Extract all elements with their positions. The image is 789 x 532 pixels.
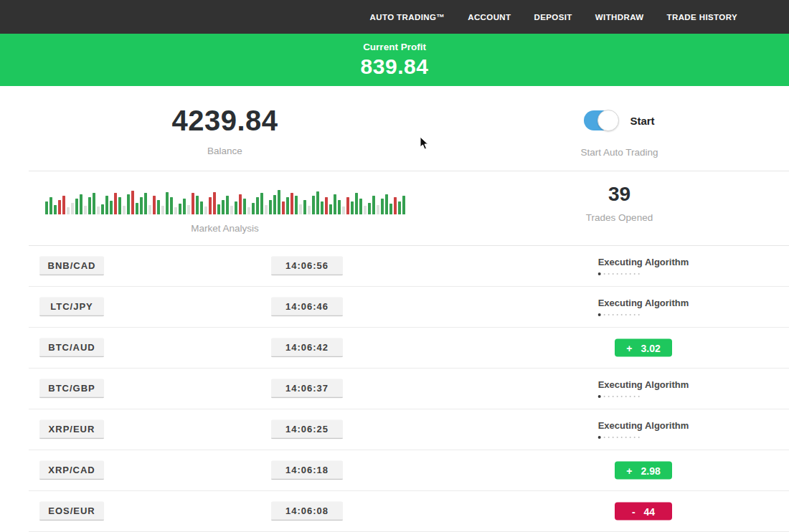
time-badge: 14:06:56: [271, 257, 343, 276]
auto-trading-toggle[interactable]: [584, 110, 618, 130]
trade-row: XRP/CAD 14:06:18 Executing Algorithm +2.…: [29, 450, 789, 491]
result-badge: -44: [615, 503, 672, 521]
nav-deposit[interactable]: DEPOSIT: [534, 13, 572, 22]
trades-opened-label: Trades Opened: [586, 212, 653, 223]
market-analysis-chart: [45, 187, 405, 214]
toggle-knob: [597, 110, 619, 131]
market-section: Market Analysis 39 Trades Opened: [0, 171, 789, 245]
executing-status: Executing Algorithm: [598, 379, 689, 398]
trade-row: BTC/AUD 14:06:42 Executing Algorithm +3.…: [29, 328, 789, 369]
result-badge: +3.02: [615, 339, 672, 357]
top-nav: AUTO TRADING™ ACCOUNT DEPOSIT WITHDRAW T…: [0, 0, 789, 34]
current-profit-value: 839.84: [361, 54, 429, 79]
current-profit-label: Current Profit: [363, 42, 426, 52]
pair-badge[interactable]: EOS/EUR: [39, 502, 104, 521]
time-badge: 14:06:18: [271, 461, 343, 480]
pair-badge[interactable]: LTC/JPY: [39, 298, 104, 317]
nav-account[interactable]: ACCOUNT: [468, 13, 511, 22]
pair-badge[interactable]: XRP/CAD: [39, 461, 104, 480]
pair-badge[interactable]: BTC/GBP: [39, 379, 104, 399]
current-profit-banner: Current Profit 839.84: [0, 34, 789, 86]
executing-status: Executing Algorithm: [598, 298, 689, 316]
nav-trade-history[interactable]: TRADE HISTORY: [667, 13, 738, 22]
start-auto-trading-caption: Start Auto Trading: [580, 147, 658, 158]
trades-opened-value: 39: [608, 183, 630, 206]
time-badge: 14:06:46: [271, 298, 343, 317]
result-badge: +2.98: [615, 462, 672, 480]
toggle-start-label: Start: [630, 115, 654, 127]
balance-label: Balance: [207, 146, 242, 156]
time-badge: 14:06:08: [271, 502, 343, 521]
trade-list: BNB/CAD 14:06:56 Executing Algorithm LTC…: [29, 246, 789, 532]
nav-auto-trading[interactable]: AUTO TRADING™: [370, 13, 445, 22]
progress-dots-icon: [598, 272, 689, 275]
progress-dots-icon: [598, 436, 689, 439]
trade-row: LTC/JPY 14:06:46 Executing Algorithm: [29, 287, 789, 328]
nav-withdraw[interactable]: WITHDRAW: [595, 13, 644, 22]
trade-row: BTC/GBP 14:06:37 Executing Algorithm: [29, 369, 789, 409]
trade-row: BNB/CAD 14:06:56 Executing Algorithm: [29, 246, 789, 287]
time-badge: 14:06:37: [271, 379, 343, 399]
trade-row: XRP/EUR 14:06:25 Executing Algorithm: [29, 409, 789, 450]
pair-badge[interactable]: BNB/CAD: [39, 257, 104, 276]
progress-dots-icon: [598, 313, 689, 316]
time-badge: 14:06:25: [271, 420, 343, 440]
trade-row: EOS/EUR 14:06:08 Executing Algorithm -44: [29, 491, 789, 532]
market-analysis-label: Market Analysis: [191, 223, 259, 234]
executing-status: Executing Algorithm: [598, 420, 689, 439]
time-badge: 14:06:42: [271, 338, 343, 358]
pair-badge[interactable]: XRP/EUR: [39, 420, 104, 440]
balance-section: 4239.84 Balance Start Start Auto Trading: [0, 86, 789, 171]
balance-value: 4239.84: [171, 105, 278, 137]
progress-dots-icon: [598, 395, 689, 398]
executing-status: Executing Algorithm: [598, 257, 689, 275]
pair-badge[interactable]: BTC/AUD: [39, 338, 104, 358]
